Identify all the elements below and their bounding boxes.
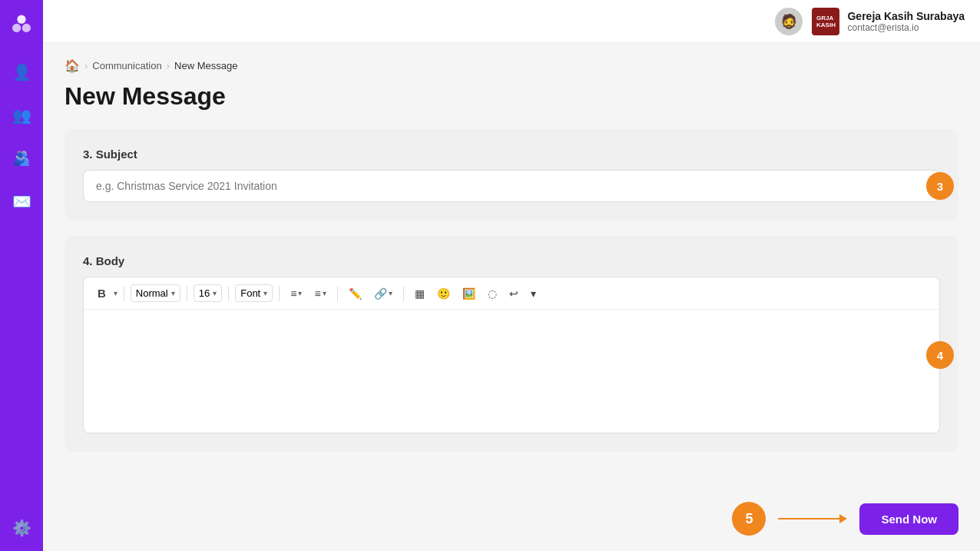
step5-arrow: [778, 514, 847, 523]
step-4-badge: 4: [926, 341, 954, 369]
sidebar: 👤 👥 🫂 ✉️ ⚙️: [0, 0, 43, 551]
bold-button[interactable]: B: [93, 284, 111, 303]
eraser-icon: ◌: [488, 287, 497, 300]
divider-2: [187, 286, 187, 301]
body-card: 4. Body B ▾ Normal ▾: [65, 236, 958, 452]
divider-3: [228, 286, 229, 301]
list-button[interactable]: ≡ ▾: [286, 284, 306, 303]
editor-body[interactable]: [84, 310, 939, 433]
divider-5: [337, 286, 338, 301]
topbar: 🧔 GRJAKASIH Gereja Kasih Surabaya contac…: [43, 0, 980, 43]
sidebar-item-group[interactable]: 👥: [8, 101, 35, 129]
list-icon: ≡: [290, 287, 296, 300]
org-name: Gereja Kasih Surabaya: [847, 10, 965, 22]
editor-toolbar: B ▾ Normal ▾ 16 ▾: [84, 277, 939, 310]
editor-box: B ▾ Normal ▾ 16 ▾: [83, 277, 940, 433]
style-value: Normal: [136, 287, 168, 299]
font-chevron: ▾: [263, 289, 267, 297]
divider-1: [124, 286, 124, 301]
style-dropdown[interactable]: Normal ▾: [131, 284, 180, 302]
table-icon: ▦: [415, 287, 425, 300]
more-button[interactable]: ▾: [526, 284, 541, 303]
subject-card: 3. Subject 3: [65, 129, 958, 221]
undo-button[interactable]: ↩: [505, 284, 523, 303]
link-button[interactable]: 🔗 ▾: [369, 284, 397, 303]
org-logo: GRJAKASIH: [812, 8, 839, 35]
more-icon: ▾: [531, 287, 536, 300]
font-value: Font: [240, 287, 260, 299]
breadcrumb-sep-1: ›: [84, 60, 88, 71]
svg-point-0: [17, 15, 25, 24]
subject-input[interactable]: [83, 170, 940, 202]
font-dropdown[interactable]: Font ▾: [235, 284, 273, 302]
arrow-head: [839, 514, 847, 523]
org-info: GRJAKASIH Gereja Kasih Surabaya contact@…: [812, 8, 965, 35]
divider-4: [279, 286, 280, 301]
org-email: contact@erista.io: [847, 22, 965, 33]
communication-breadcrumb[interactable]: Communication: [92, 60, 161, 71]
bottom-row: 5 Send Now: [43, 486, 980, 551]
pen-icon: ✏️: [349, 287, 362, 300]
sidebar-item-mail[interactable]: ✉️: [8, 188, 35, 215]
org-details: Gereja Kasih Surabaya contact@erista.io: [847, 10, 965, 33]
emoji-button[interactable]: 🙂: [432, 284, 455, 303]
send-now-button[interactable]: Send Now: [859, 503, 958, 535]
body-label: 4. Body: [83, 254, 940, 267]
svg-point-2: [22, 24, 31, 32]
user-avatar: 🧔: [775, 8, 803, 35]
main-content: 🧔 GRJAKASIH Gereja Kasih Surabaya contac…: [43, 0, 980, 551]
breadcrumb: 🏠 › Communication › New Message: [65, 58, 958, 73]
app-logo: [8, 9, 35, 37]
pen-button[interactable]: ✏️: [344, 284, 366, 303]
align-icon: ≡: [314, 287, 320, 300]
size-dropdown[interactable]: 16 ▾: [194, 284, 222, 302]
new-message-breadcrumb: New Message: [174, 60, 237, 71]
arrow-body: [778, 518, 839, 519]
table-button[interactable]: ▦: [410, 284, 429, 303]
size-value: 16: [199, 287, 210, 299]
breadcrumb-sep-2: ›: [167, 60, 170, 71]
eraser-button[interactable]: ◌: [483, 284, 502, 303]
link-chevron: ▾: [389, 289, 392, 297]
step-5-badge: 5: [732, 502, 766, 536]
image-icon: 🖼️: [462, 287, 475, 300]
align-chevron: ▾: [323, 289, 326, 297]
content-area: 🏠 › Communication › New Message New Mess…: [43, 43, 980, 486]
bold-chevron: ▾: [114, 289, 118, 297]
home-breadcrumb[interactable]: 🏠: [65, 58, 80, 73]
undo-icon: ↩: [509, 287, 518, 300]
align-button[interactable]: ≡ ▾: [310, 284, 330, 303]
editor-wrapper: B ▾ Normal ▾ 16 ▾: [83, 277, 940, 433]
sidebar-item-community[interactable]: 🫂: [8, 144, 35, 172]
sidebar-item-person[interactable]: 👤: [8, 58, 35, 86]
emoji-icon: 🙂: [437, 287, 450, 300]
style-chevron: ▾: [171, 289, 175, 297]
image-button[interactable]: 🖼️: [458, 284, 480, 303]
divider-6: [403, 286, 404, 301]
link-icon: 🔗: [374, 287, 387, 300]
sidebar-item-settings[interactable]: ⚙️: [8, 514, 35, 542]
size-chevron: ▾: [213, 289, 217, 297]
step-3-badge: 3: [926, 172, 954, 200]
list-chevron: ▾: [298, 289, 302, 297]
subject-label: 3. Subject: [83, 148, 940, 161]
page-title: New Message: [65, 82, 958, 111]
svg-point-1: [12, 24, 21, 32]
subject-input-wrapper: 3: [83, 170, 940, 202]
